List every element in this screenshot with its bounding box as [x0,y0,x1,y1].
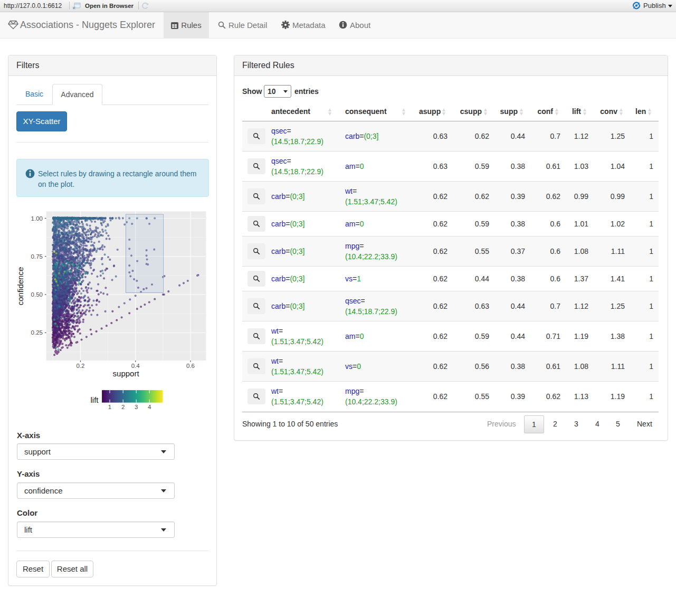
svg-text:lift: lift [91,395,99,404]
svg-text:0.6: 0.6 [186,363,195,369]
svg-text:0.50: 0.50 [31,291,43,298]
svg-text:4: 4 [148,404,151,410]
svg-text:0.4: 0.4 [131,363,140,369]
svg-text:0.2: 0.2 [76,363,84,369]
svg-text:3: 3 [135,404,138,410]
svg-text:2: 2 [121,404,125,410]
svg-text:confidence: confidence [16,267,25,306]
svg-text:1: 1 [108,404,111,410]
svg-text:0.75: 0.75 [31,253,43,260]
svg-text:support: support [113,369,140,378]
svg-text:0.25: 0.25 [31,329,43,336]
svg-text:1.00: 1.00 [31,215,43,222]
